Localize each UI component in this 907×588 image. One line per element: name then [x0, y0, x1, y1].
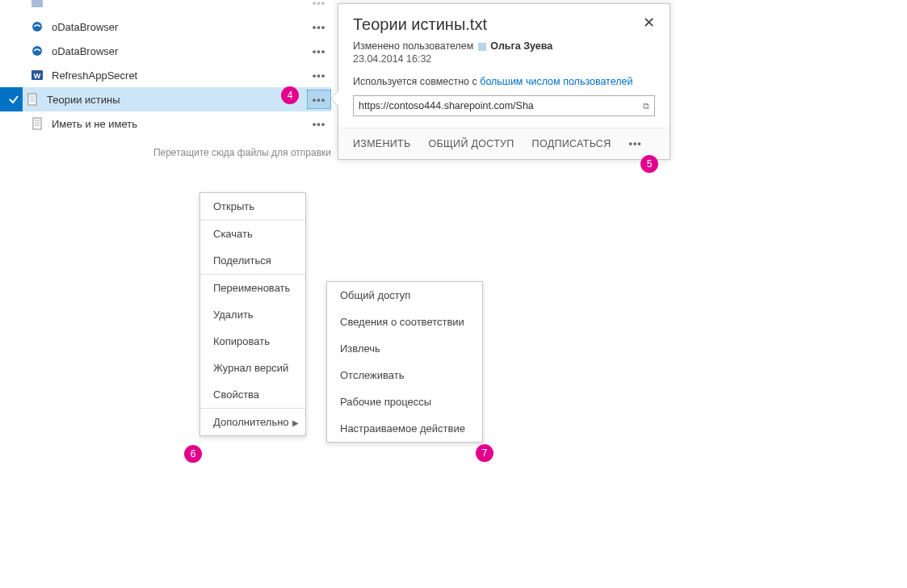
presence-icon	[478, 43, 486, 51]
menu-download[interactable]: Скачать	[200, 220, 305, 247]
menu-share[interactable]: Поделиться	[200, 247, 305, 274]
context-menu-advanced: Общий доступ Сведения о соответствии Изв…	[326, 281, 483, 443]
ie-icon	[27, 44, 47, 57]
file-name[interactable]	[47, 0, 307, 9]
menu-open[interactable]: Открыть	[200, 193, 305, 220]
word-icon: W	[27, 69, 47, 82]
follow-button[interactable]: ПОДПИСАТЬСЯ	[532, 138, 611, 149]
submenu-checkout[interactable]: Извлечь	[327, 335, 482, 362]
menu-advanced-label: Дополнительно	[213, 416, 289, 428]
footer-ellipsis-icon[interactable]: •••	[629, 138, 642, 149]
svg-point-1	[32, 22, 42, 32]
share-prefix: Используется совместно с	[353, 76, 480, 87]
file-row[interactable]: oDataBrowser •••	[0, 39, 331, 63]
url-popout-icon[interactable]: ⧉	[638, 101, 654, 111]
file-name[interactable]: Теории истины	[42, 94, 307, 106]
svg-text:W: W	[34, 72, 41, 80]
row-ellipsis-icon[interactable]: •••	[307, 0, 331, 9]
text-file-icon	[27, 117, 47, 130]
menu-copy[interactable]: Копировать	[200, 328, 305, 355]
file-type-icon	[27, 0, 47, 9]
url-input[interactable]	[354, 100, 638, 111]
modified-by-line: Изменено пользователем Ольга Зуева	[353, 40, 655, 52]
submenu-custom-action[interactable]: Настраиваемое действие	[327, 415, 482, 442]
file-list: ••• oDataBrowser ••• oDataBrowser ••• W …	[0, 0, 331, 136]
file-row[interactable]: oDataBrowser •••	[0, 15, 331, 39]
annotation-badge-7: 7	[476, 444, 493, 462]
drop-zone-hint: Перетащите сюда файлы для отправки	[0, 136, 331, 158]
menu-properties[interactable]: Свойства	[200, 381, 305, 408]
modified-timestamp: 23.04.2014 16:32	[353, 53, 655, 65]
svg-rect-5	[28, 94, 36, 105]
file-row[interactable]: •••	[0, 0, 331, 15]
context-menu-primary: Открыть Скачать Поделиться Переименовать…	[199, 192, 306, 436]
file-callout: Теории истины.txt ✕ Изменено пользовател…	[338, 3, 670, 160]
callout-footer: ИЗМЕНИТЬ ОБЩИЙ ДОСТУП ПОДПИСАТЬСЯ •••	[338, 128, 670, 159]
file-row[interactable]: Иметь и не иметь •••	[0, 111, 331, 136]
file-name[interactable]: Иметь и не иметь	[47, 118, 307, 130]
edit-button[interactable]: ИЗМЕНИТЬ	[353, 138, 411, 149]
submenu-workflows[interactable]: Рабочие процессы	[327, 388, 482, 415]
submenu-compliance[interactable]: Сведения о соответствии	[327, 309, 482, 335]
svg-point-2	[32, 46, 42, 56]
submenu-follow[interactable]: Отслеживать	[327, 362, 482, 388]
sharing-info: Используется совместно с большим числом …	[353, 76, 655, 87]
row-ellipsis-icon[interactable]: •••	[307, 21, 331, 33]
row-ellipsis-icon[interactable]: •••	[307, 118, 331, 130]
submenu-share[interactable]: Общий доступ	[327, 282, 482, 309]
row-ellipsis-icon[interactable]: •••	[307, 45, 331, 57]
file-row[interactable]: W RefreshAppSecret •••	[0, 63, 331, 87]
annotation-badge-5: 5	[640, 155, 658, 173]
file-name[interactable]: oDataBrowser	[47, 45, 307, 57]
file-name[interactable]: oDataBrowser	[47, 21, 307, 33]
close-icon[interactable]: ✕	[643, 15, 655, 30]
text-file-icon	[23, 93, 42, 106]
menu-delete[interactable]: Удалить	[200, 301, 305, 328]
ie-icon	[27, 20, 47, 33]
file-name[interactable]: RefreshAppSecret	[47, 69, 307, 82]
row-ellipsis-icon[interactable]: •••	[307, 90, 331, 109]
menu-advanced[interactable]: Дополнительно ▶	[200, 409, 305, 435]
svg-rect-0	[31, 0, 43, 7]
callout-title: Теории истины.txt	[353, 15, 487, 34]
svg-rect-9	[33, 118, 41, 129]
share-users-link[interactable]: большим числом пользователей	[480, 76, 632, 87]
menu-version-history[interactable]: Журнал версий	[200, 355, 305, 381]
url-field[interactable]: ⧉	[353, 95, 655, 116]
annotation-badge-4: 4	[281, 86, 299, 104]
annotation-badge-6: 6	[184, 445, 202, 463]
menu-rename[interactable]: Переименовать	[200, 275, 305, 301]
callout-arrow	[331, 91, 338, 106]
user-name[interactable]: Ольга Зуева	[490, 40, 552, 52]
chevron-right-icon: ▶	[292, 418, 299, 426]
modified-prefix: Изменено пользователем	[353, 40, 473, 52]
row-check-checked[interactable]	[0, 87, 23, 111]
share-button[interactable]: ОБЩИЙ ДОСТУП	[429, 138, 514, 149]
row-ellipsis-icon[interactable]: •••	[307, 69, 331, 82]
